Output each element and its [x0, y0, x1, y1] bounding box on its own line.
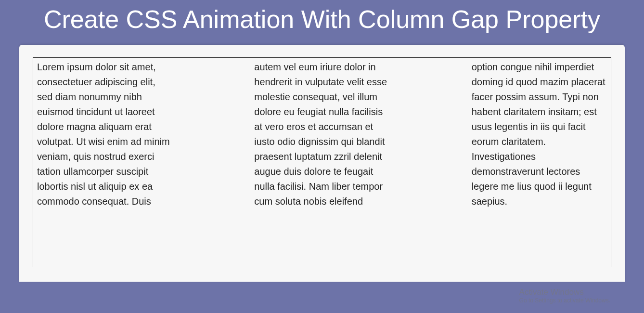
watermark-line2: Go to Settings to activate Windows.	[519, 297, 610, 304]
watermark-line1: Activate Windows	[519, 287, 610, 297]
column-text-box: Lorem ipsum dolor sit amet, consectetuer…	[33, 57, 611, 267]
content-panel: Lorem ipsum dolor sit amet, consectetuer…	[19, 45, 625, 282]
page-title: Create CSS Animation With Column Gap Pro…	[0, 0, 644, 45]
windows-activation-watermark: Activate Windows Go to Settings to activ…	[519, 287, 610, 304]
